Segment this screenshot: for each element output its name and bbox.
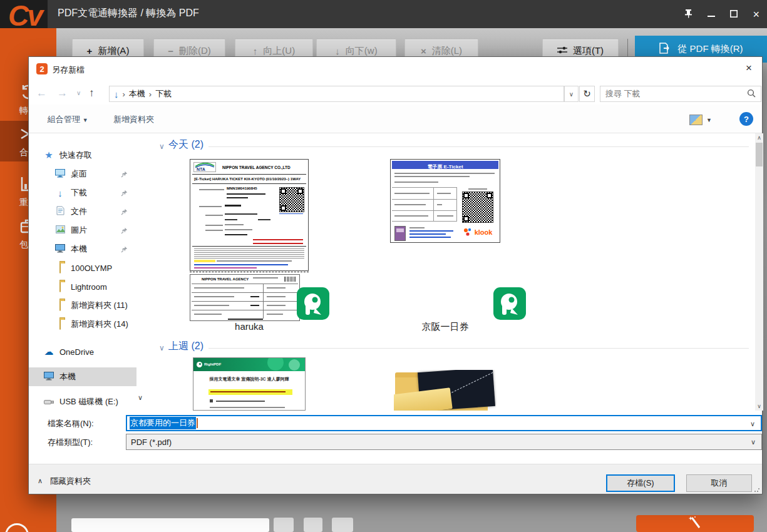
maximize-icon[interactable] xyxy=(730,9,738,19)
nav-item--[interactable]: 本機 xyxy=(29,367,136,386)
search-input[interactable]: 搜尋 下載 xyxy=(600,86,761,102)
bottom-small-button-2[interactable] xyxy=(304,518,322,532)
nav-item--[interactable]: 文件 xyxy=(29,202,136,221)
save-as-dialog: 2 另存新檔 × ← → ∨ ↑ ↓ › 本機 › 下載 ∨ ↻ 搜尋 下載 組… xyxy=(28,56,763,494)
scroll-down-icon[interactable]: ∨ xyxy=(755,402,763,411)
rightpdf-dialog-icon: 2 xyxy=(36,63,48,74)
pictures-icon xyxy=(54,225,66,235)
back-arrow-icon[interactable]: ← xyxy=(36,88,47,98)
address-bar[interactable]: ↓ › 本機 › 下載 xyxy=(109,86,564,102)
filetype-label: 存檔類型(T): xyxy=(48,437,93,448)
window-controls: × xyxy=(684,0,759,28)
qr-code xyxy=(279,187,304,212)
nav-item--[interactable]: 桌面 xyxy=(29,165,136,183)
file-name-label[interactable]: 京阪一日券 xyxy=(390,321,500,333)
nav-item--[interactable]: ★快速存取 xyxy=(29,146,136,165)
bottom-input-bar[interactable] xyxy=(71,518,269,532)
breadcrumb-current[interactable]: 下載 xyxy=(155,88,172,100)
group-header-last-week[interactable]: 上週 (2) xyxy=(168,340,203,353)
nav-item-onedrive[interactable]: ☁OneDrive xyxy=(29,342,136,361)
app-logo: Cv xyxy=(0,0,48,28)
cloud-icon: ☁ xyxy=(43,346,54,357)
new-folder-button[interactable]: 新增資料夾 xyxy=(113,114,154,125)
filename-input[interactable]: 京都要用的一日券 ∨ xyxy=(126,415,762,431)
page-cut-line xyxy=(190,272,309,272)
group-divider xyxy=(208,146,749,147)
folder-icon xyxy=(54,320,66,329)
chevron-up-icon: ∧ xyxy=(38,477,43,485)
hide-folders-button[interactable]: 隱藏資料夾 xyxy=(50,476,91,487)
file-thumbnail-folder[interactable] xyxy=(394,370,497,411)
bottom-small-button-3[interactable] xyxy=(332,518,353,532)
dialog-close-icon[interactable]: × xyxy=(746,62,752,74)
nav-item--[interactable]: 圖片 xyxy=(29,221,136,240)
file-name-label[interactable]: haruka xyxy=(190,321,309,332)
clear-icon: × xyxy=(421,46,426,56)
close-icon[interactable]: × xyxy=(753,9,759,20)
nav-item--[interactable]: ↓下載 xyxy=(29,183,136,202)
view-mode-button[interactable]: ▼ xyxy=(689,115,712,125)
forward-arrow-icon[interactable]: → xyxy=(57,88,68,98)
file-thumbnail-eticket[interactable]: 電子票 E-Ticket xyxy=(390,159,500,243)
help-button[interactable]: ? xyxy=(739,112,753,126)
group-collapse-icon[interactable]: ∨ xyxy=(159,344,165,352)
file-thumbnail-haruka-page1[interactable]: NTA NIPPON TRAVEL AGENCY CO.,LTD [E-Tick… xyxy=(190,159,309,271)
convert-action-button[interactable] xyxy=(636,515,754,532)
bottom-small-button-1[interactable] xyxy=(274,518,294,532)
nav-item-100olymp[interactable]: 100OLYMP xyxy=(29,258,136,277)
group-header-today[interactable]: 今天 (2) xyxy=(168,138,203,151)
chevron-down-icon[interactable]: ∨ xyxy=(750,420,755,428)
magic-wand-icon xyxy=(687,515,703,532)
pin-icon[interactable] xyxy=(684,9,692,19)
options-icon xyxy=(557,46,567,56)
pc-icon xyxy=(43,372,54,382)
file-list: ∨ 今天 (2) NTA NIPPON TRAVEL AGENCY CO.,LT… xyxy=(145,133,755,411)
dialog-fields: 檔案名稱(N): 京都要用的一日券 ∨ 存檔類型(T): PDF (*.pdf)… xyxy=(29,411,762,464)
nav-item--[interactable]: 本機 xyxy=(29,240,136,258)
file-thumbnail-article[interactable]: RightPDF 採用文電通文章 宣傳說明-3C 達人廖阿輝 xyxy=(193,357,306,411)
scrollbar-thumb[interactable] xyxy=(756,143,763,166)
organize-menu[interactable]: 組合管理 ▼ xyxy=(48,114,88,125)
pin-icon xyxy=(121,208,128,217)
address-dropdown-button[interactable]: ∨ xyxy=(564,86,579,102)
folder-icon xyxy=(54,282,66,292)
chevron-down-icon: ∨ xyxy=(751,438,756,446)
file-thumbnail-haruka-page2[interactable]: NIPPON TRAVEL AGENCY xyxy=(190,274,300,321)
group-collapse-icon[interactable]: ∨ xyxy=(159,142,165,151)
qr-code xyxy=(462,192,493,223)
pane-scroll-down-icon[interactable]: ∨ xyxy=(138,394,143,402)
file-list-scrollbar[interactable]: ∧ ∨ xyxy=(755,133,763,411)
sidebar-bottom-circle-icon[interactable] xyxy=(5,523,29,532)
save-button[interactable]: 存檔(S) xyxy=(606,474,675,492)
window-title: PDF文電通轉換器 / 轉換為 PDF xyxy=(58,7,199,20)
resize-grip[interactable] xyxy=(754,486,760,493)
pin-icon xyxy=(121,227,128,236)
scroll-up-icon[interactable]: ∧ xyxy=(755,133,763,142)
group-divider xyxy=(208,348,749,349)
nav-item--11-[interactable]: 新增資料夾 (11) xyxy=(29,296,136,315)
chevron-right-icon: › xyxy=(149,90,152,99)
filetype-select[interactable]: PDF (*.pdf) ∨ xyxy=(126,434,762,450)
breadcrumb-root[interactable]: 本機 xyxy=(129,88,145,100)
add-icon: + xyxy=(87,46,93,56)
klook-logo: klook xyxy=(463,227,492,239)
up-arrow-icon[interactable]: ↑ xyxy=(89,88,95,98)
remove-icon: − xyxy=(168,46,173,56)
convert-doc-icon xyxy=(659,43,671,56)
folder-icon xyxy=(54,263,66,273)
refresh-button[interactable]: ↻ xyxy=(579,86,595,102)
nav-item-lightroom[interactable]: Lightroom xyxy=(29,277,136,296)
cancel-button[interactable]: 取消 xyxy=(686,474,752,492)
svg-text:NTA: NTA xyxy=(197,167,205,171)
pin-icon xyxy=(121,245,128,255)
search-icon[interactable] xyxy=(747,89,756,100)
downloads-folder-icon: ↓ xyxy=(114,89,119,100)
document-icon xyxy=(54,206,66,217)
history-chevron-icon[interactable]: ∨ xyxy=(76,90,81,96)
nav-item-usb-e-[interactable]: USB 磁碟機 (E:) xyxy=(29,392,136,411)
dialog-footer: ∧ 隱藏資料夾 存檔(S) 取消 xyxy=(29,464,762,494)
app-logo-text: Cv xyxy=(8,1,41,28)
minimize-icon[interactable] xyxy=(708,9,715,19)
rightpdf-file-badge xyxy=(297,287,329,320)
nav-item--14-[interactable]: 新增資料夾 (14) xyxy=(29,315,136,334)
